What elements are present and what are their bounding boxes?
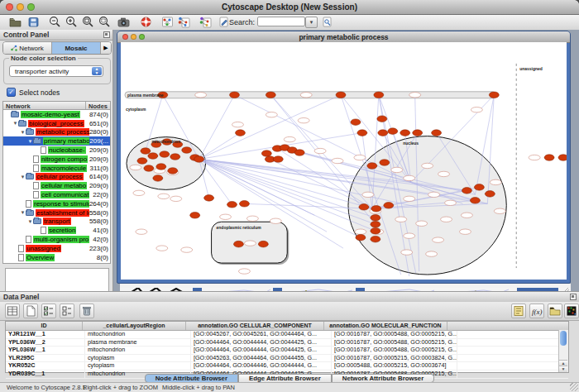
expander-icon[interactable]: ▼ (12, 121, 18, 126)
help-ring-icon[interactable] (139, 16, 153, 28)
tree-row[interactable]: multi-organism pro42(0) (3, 235, 110, 244)
tree-row[interactable]: ▼cellular process614(0) (3, 173, 110, 182)
tab-mosaic[interactable]: Mosaic (52, 42, 101, 54)
network-node (351, 119, 361, 126)
search-dropdown-button[interactable]: ▼ (305, 17, 318, 28)
attribute-table-icon[interactable] (5, 304, 20, 318)
scrollbar-thumb[interactable] (560, 331, 567, 346)
node-color-dropdown[interactable]: transporter activity ▲▼ (9, 65, 103, 77)
network-tool-3-icon[interactable] (199, 16, 213, 28)
tree-row[interactable]: response to stimulu264(0) (3, 199, 110, 208)
network-edge (199, 95, 235, 160)
tree-row[interactable]: ▼establishment of lo558(0) (3, 208, 110, 218)
table-cell: plasma membrane (85, 339, 191, 347)
heatmap-icon[interactable] (564, 304, 579, 318)
tree-node-label: mosaic-demo-yeast (21, 111, 80, 118)
resize-grip[interactable] (570, 383, 578, 391)
file-icon (18, 254, 24, 261)
table-column-header[interactable]: ID (6, 322, 83, 330)
tree-node-label: unassigned (26, 245, 61, 252)
tree-row[interactable]: nucleobase-209(0) (3, 146, 110, 155)
tree-row[interactable]: Overview8(0) (3, 253, 110, 262)
search-input[interactable] (257, 17, 305, 26)
tree-row[interactable]: nitrogen compo209(0) (3, 155, 110, 164)
float-panel-icon[interactable] (570, 294, 577, 300)
table-column-header[interactable]: annotation.GO MOLECULAR_FUNCTION (324, 322, 447, 330)
zoom-in-icon[interactable] (65, 16, 79, 28)
file-icon (33, 165, 39, 172)
tab-mosaic-label: Mosaic (65, 45, 87, 52)
tree-row[interactable]: ▼transport558(0) (3, 218, 110, 227)
network-node (227, 202, 237, 208)
network-node (374, 92, 384, 98)
float-panel-icon[interactable] (103, 31, 110, 38)
network-canvas[interactable]: plasma membranecytoplasmmitochondrionnuc… (121, 42, 567, 280)
network-window-title-bar[interactable]: primary metabolic process (117, 31, 570, 43)
delete-attribute-icon[interactable] (79, 304, 94, 318)
snapshot-camera-icon[interactable] (117, 16, 131, 28)
select-nodes-row: ✓ Select nodes (7, 88, 60, 97)
tab-network[interactable]: Network (3, 42, 52, 54)
expander-icon[interactable]: ▼ (20, 210, 26, 215)
table-column-header[interactable]: _cellularLayoutRegion (83, 322, 186, 330)
table-row[interactable]: YPL036W__1mitochondrion[GO:0044464, GO:0… (6, 347, 568, 355)
tree-row[interactable]: ▼metabolic process280(0) (3, 128, 110, 137)
search-options-icon[interactable] (320, 16, 334, 28)
network-tool-1-icon[interactable] (160, 16, 175, 28)
dropdown-stepper-icon[interactable]: ▲▼ (92, 67, 102, 75)
tree-node-count: 651(0) (89, 120, 110, 127)
node-label-oval (428, 192, 440, 197)
tree-node-label: biological_process (28, 120, 84, 127)
table-cell: YLR295C (6, 355, 85, 362)
zoom-selected-icon[interactable] (98, 16, 112, 28)
tree-row[interactable]: ▼primary metabo209(... (3, 136, 110, 146)
tree-col-nodes: Nodes (86, 102, 110, 109)
tree-row[interactable]: cell communicat22(0) (3, 190, 110, 199)
attribute-list-icon[interactable] (511, 304, 526, 318)
function-builder-icon[interactable]: f(x) (529, 304, 544, 318)
network-window[interactable]: primary metabolic process plasma membran… (117, 31, 571, 284)
app-title-bar[interactable]: Cytoscape Desktop (New Session) (0, 0, 579, 15)
import-attributes-icon[interactable] (548, 304, 562, 318)
tree-header[interactable]: Network Nodes (2, 101, 111, 110)
file-icon (41, 227, 46, 234)
expander-icon[interactable]: ▼ (27, 219, 33, 224)
tree-row[interactable]: secretion41(0) (3, 226, 110, 235)
tab-overflow-arrow[interactable]: ▶ (101, 42, 111, 54)
data-panel: Data Panel f(x) ID_cellularLayoutRegiona… (0, 291, 579, 382)
file-icon (33, 191, 39, 198)
table-row[interactable]: YJR121W__1mitochondrion[GO:0045267, GO:0… (6, 331, 568, 339)
network-node (204, 195, 214, 202)
save-session-icon[interactable] (26, 16, 41, 28)
zoom-out-icon[interactable] (48, 16, 62, 28)
table-column-header[interactable]: annotation.GO CELLULAR_COMPONENT (186, 322, 324, 330)
zoom-fit-icon[interactable] (81, 16, 95, 28)
table-row[interactable]: YKR052Ccytoplasm[GO:0044464, GO:0044446,… (6, 362, 568, 370)
tree-row[interactable]: mosaic-demo-yeast874(0) (3, 110, 110, 119)
table-scrollbar[interactable]: ▲ ▼ (558, 330, 568, 372)
node-label-oval (409, 93, 421, 98)
network-edge (234, 95, 410, 183)
network-tool-2-icon[interactable] (177, 16, 191, 28)
tree-row[interactable]: macromolecule311(0) (3, 164, 110, 173)
select-nodes-checkbox[interactable]: ✓ (7, 88, 16, 97)
select-attributes-icon[interactable] (41, 304, 56, 318)
attribute-table-header[interactable]: ID_cellularLayoutRegionannotation.GO CEL… (6, 322, 568, 331)
tree-row[interactable]: ▼biological_process651(0) (3, 119, 110, 128)
tree-node-count: 558(0) (89, 209, 110, 217)
scroll-down-icon[interactable]: ▼ (559, 366, 567, 372)
table-row[interactable]: YPL036W__2plasma membrane[GO:0044464, GO… (6, 339, 568, 347)
open-file-icon[interactable] (8, 16, 22, 28)
tree-row[interactable]: unassigned223(0) (3, 244, 110, 253)
attribute-table[interactable]: ID_cellularLayoutRegionannotation.GO CEL… (5, 321, 569, 373)
attribute-table-body: YJR121W__1mitochondrion[GO:0045267, GO:0… (6, 331, 568, 379)
expander-icon[interactable]: ▼ (27, 139, 33, 144)
tree-row[interactable]: cellular metabo209(0) (3, 181, 110, 190)
unselect-attributes-icon[interactable] (60, 304, 74, 318)
status-zoom-hint: Right-click + drag to ZOOM (83, 384, 158, 391)
new-attribute-icon[interactable] (23, 304, 38, 318)
expander-icon[interactable]: ▼ (20, 174, 26, 179)
network-node (388, 128, 398, 135)
expander-icon[interactable]: ▼ (20, 130, 26, 135)
table-row[interactable]: YLR295Ccytoplasm[GO:0045263, GO:0044464,… (6, 355, 568, 363)
